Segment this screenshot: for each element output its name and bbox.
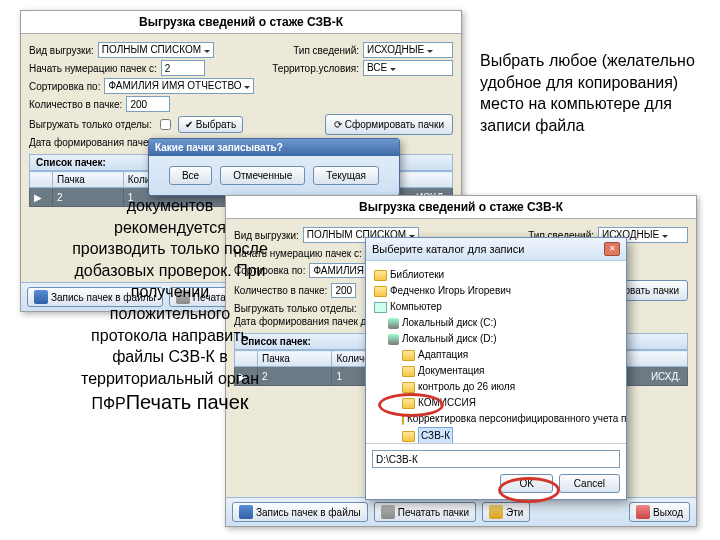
caption-left: документов рекомендуется производить тол… bbox=[70, 195, 270, 416]
print-icon bbox=[381, 505, 395, 519]
label-qty: Количество в пачке: bbox=[29, 99, 122, 110]
packs-dialog: Какие пачки записывать? Все Отмеченные Т… bbox=[148, 138, 400, 196]
tree-item[interactable]: КОМИССИЯ bbox=[374, 395, 618, 411]
ok-button[interactable]: OK bbox=[500, 474, 552, 493]
tree-item[interactable]: Адаптация bbox=[374, 347, 618, 363]
chevron-down-icon bbox=[390, 68, 396, 71]
save-packs-button-2[interactable]: Запись пачек в файлы bbox=[232, 502, 368, 522]
select-sort[interactable]: ФАМИЛИЯ ИМЯ ОТЧЕСТВО bbox=[104, 78, 254, 94]
select-tip[interactable]: ИСХОДНЫЕ bbox=[363, 42, 453, 58]
select-vid[interactable]: ПОЛНЫМ СПИСКОМ bbox=[98, 42, 214, 58]
tree-item[interactable]: Библиотеки bbox=[374, 267, 618, 283]
label-vid: Вид выгрузки: bbox=[29, 45, 94, 56]
tree-item[interactable]: Компьютер bbox=[374, 299, 618, 315]
chevron-down-icon bbox=[204, 50, 210, 53]
chevron-down-icon bbox=[662, 235, 668, 238]
tree-item[interactable]: Документация bbox=[374, 363, 618, 379]
input-num-start[interactable] bbox=[161, 60, 205, 76]
current-button[interactable]: Текущая bbox=[313, 166, 379, 185]
window-title-2: Выгрузка сведений о стаже СЗВ-К bbox=[226, 196, 696, 219]
folder-dialog-title: Выберите каталог для записи ✕ bbox=[366, 238, 626, 261]
path-input[interactable] bbox=[372, 450, 620, 468]
select-terr[interactable]: ВСЕ bbox=[363, 60, 453, 76]
chevron-down-icon bbox=[427, 50, 433, 53]
folder-icon bbox=[402, 382, 415, 393]
chevron-down-icon bbox=[244, 86, 250, 89]
tree-item[interactable]: Корректировка персонифицированного учета… bbox=[374, 411, 618, 427]
toolbar-2: Запись пачек в файлы Печатать пачки Эти … bbox=[226, 497, 696, 526]
folder-icon bbox=[402, 398, 415, 409]
exit-button[interactable]: Выход bbox=[629, 502, 690, 522]
tree-item-selected[interactable]: СЗВ-К bbox=[374, 427, 618, 443]
col-arrow bbox=[30, 172, 53, 188]
qty-val-2: 200 bbox=[331, 283, 356, 298]
label-terr: Территор.условия: bbox=[272, 63, 359, 74]
tree-item[interactable]: Федченко Игорь Игоревич bbox=[374, 283, 618, 299]
col-pack[interactable]: Пачка bbox=[53, 172, 124, 188]
disk-icon bbox=[388, 318, 399, 329]
computer-icon bbox=[374, 302, 387, 313]
save-icon bbox=[239, 505, 253, 519]
exit-icon bbox=[636, 505, 650, 519]
marked-button[interactable]: Отмеченные bbox=[220, 166, 305, 185]
folder-dialog: Выберите каталог для записи ✕ Библиотеки… bbox=[365, 237, 627, 500]
all-button[interactable]: Все bbox=[169, 166, 212, 185]
checkbox-only-dept[interactable] bbox=[160, 119, 171, 130]
caption-top-right: Выбрать любое (желательно удобное для ко… bbox=[480, 50, 700, 136]
close-icon[interactable]: ✕ bbox=[604, 242, 620, 256]
library-icon bbox=[374, 270, 387, 281]
tree-item[interactable]: Локальный диск (C:) bbox=[374, 315, 618, 331]
select-dept-button[interactable]: ✔ Выбрать bbox=[178, 116, 243, 133]
folder-tree[interactable]: Библиотеки Федченко Игорь Игоревич Компь… bbox=[366, 261, 626, 443]
print-packs-button-2[interactable]: Печатать пачки bbox=[374, 502, 476, 522]
save-icon bbox=[34, 290, 48, 304]
label-tip: Тип сведений: bbox=[293, 45, 359, 56]
tag-icon bbox=[489, 505, 503, 519]
generate-button[interactable]: ⟳ Сформировать пачки bbox=[325, 114, 453, 135]
folder-icon bbox=[402, 350, 415, 361]
folder-icon bbox=[402, 366, 415, 377]
label-button-2[interactable]: Эти bbox=[482, 502, 530, 522]
tree-item[interactable]: Локальный диск (D:) bbox=[374, 331, 618, 347]
folder-icon bbox=[402, 431, 415, 442]
packs-dialog-title: Какие пачки записывать? bbox=[149, 139, 399, 156]
window-title: Выгрузка сведений о стаже СЗВ-К bbox=[21, 11, 461, 34]
label-sort: Сортировка по: bbox=[29, 81, 100, 92]
input-qty[interactable] bbox=[126, 96, 170, 112]
label-only-dept: Выгружать только отделы: bbox=[29, 119, 152, 130]
user-icon bbox=[374, 286, 387, 297]
folder-icon bbox=[402, 414, 404, 425]
tree-item[interactable]: контроль до 26 июля bbox=[374, 379, 618, 395]
disk-icon bbox=[388, 334, 399, 345]
cancel-button[interactable]: Cancel bbox=[559, 474, 620, 493]
label-num-start: Начать нумерацию пачек с: bbox=[29, 63, 157, 74]
